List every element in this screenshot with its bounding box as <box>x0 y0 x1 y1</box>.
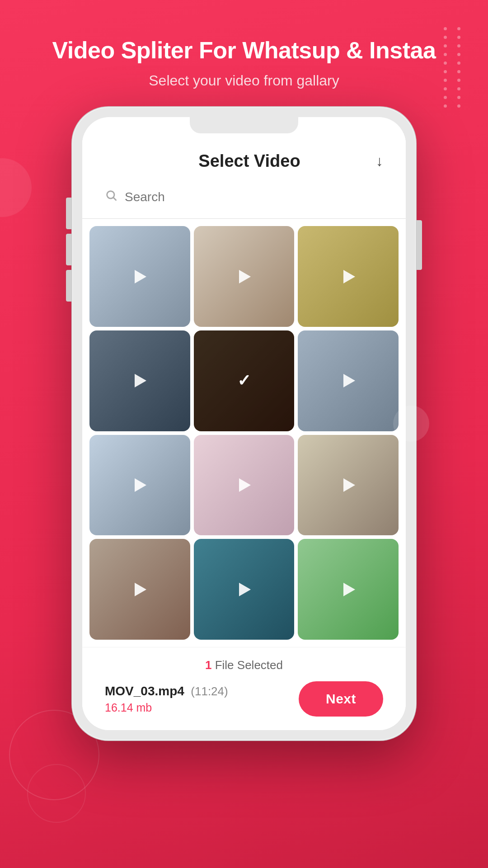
video-thumb-4[interactable] <box>89 330 190 431</box>
phone-notch <box>190 117 298 133</box>
file-selected-label: File Selected <box>215 658 283 672</box>
file-name: MOV_03.mp4 <box>105 684 184 698</box>
svg-line-1 <box>113 198 116 200</box>
app-title: Video Spliter For Whatsup & Instaa <box>0 36 488 64</box>
file-details: MOV_03.mp4 (11:24) 16.14 mb <box>105 684 228 714</box>
download-icon[interactable]: ↓ <box>376 153 383 170</box>
play-triangle-8 <box>239 478 251 492</box>
play-btn-1 <box>128 265 151 288</box>
play-triangle-2 <box>239 270 251 283</box>
file-info-row: MOV_03.mp4 (11:24) 16.14 mb Next <box>105 681 383 717</box>
video-thumb-12[interactable] <box>298 539 399 640</box>
search-input[interactable] <box>125 190 383 204</box>
video-grid: ✓ <box>82 219 406 640</box>
play-triangle-9 <box>343 478 355 492</box>
phone-screen: Select Video ↓ <box>82 117 406 730</box>
phone-mockup: Select Video ↓ <box>72 107 416 740</box>
page-header: Video Spliter For Whatsup & Instaa Selec… <box>0 0 488 107</box>
file-name-row: MOV_03.mp4 (11:24) <box>105 684 228 698</box>
check-mark-5: ✓ <box>237 371 251 390</box>
play-btn-10 <box>128 578 151 601</box>
play-btn-2 <box>233 265 255 288</box>
play-triangle-1 <box>135 270 146 283</box>
search-bar <box>105 189 383 205</box>
screen-title: Select Video <box>123 151 376 171</box>
search-icon <box>105 189 117 205</box>
video-thumb-9[interactable] <box>298 435 399 536</box>
video-thumb-8[interactable] <box>194 435 295 536</box>
play-triangle-12 <box>343 583 355 596</box>
play-btn-9 <box>337 474 360 496</box>
play-btn-3 <box>337 265 360 288</box>
video-thumb-11[interactable] <box>194 539 295 640</box>
bottom-bar: 1 File Selected MOV_03.mp4 (11:24) 16.14… <box>82 647 406 730</box>
play-triangle-10 <box>135 583 146 596</box>
play-btn-8 <box>233 474 255 496</box>
play-btn-7 <box>128 474 151 496</box>
right-circle <box>393 406 429 442</box>
play-triangle-11 <box>239 583 251 596</box>
play-triangle-6 <box>343 374 355 387</box>
play-triangle-7 <box>135 478 146 492</box>
file-selected-count: 1 <box>205 658 211 672</box>
phone-container: Select Video ↓ <box>0 107 488 740</box>
play-btn-4 <box>128 369 151 392</box>
play-btn-11 <box>233 578 255 601</box>
video-thumb-1[interactable] <box>89 226 190 327</box>
search-container <box>82 184 406 219</box>
video-thumb-5[interactable]: ✓ <box>194 330 295 431</box>
screen-content: Select Video ↓ <box>82 133 406 730</box>
app-subtitle: Select your video from gallary <box>0 72 488 89</box>
app-header: Select Video ↓ <box>82 133 406 184</box>
play-btn-6 <box>337 369 360 392</box>
play-triangle-4 <box>135 374 146 387</box>
file-duration: (11:24) <box>191 684 228 698</box>
play-btn-12 <box>337 578 360 601</box>
video-thumb-2[interactable] <box>194 226 295 327</box>
video-thumb-6[interactable] <box>298 330 399 431</box>
video-thumb-7[interactable] <box>89 435 190 536</box>
file-selected-text: 1 File Selected <box>105 658 383 672</box>
next-button[interactable]: Next <box>299 681 383 717</box>
play-triangle-3 <box>343 270 355 283</box>
file-size: 16.14 mb <box>105 701 228 714</box>
video-thumb-3[interactable] <box>298 226 399 327</box>
video-thumb-10[interactable] <box>89 539 190 640</box>
bg-circle-bottom-left2 <box>27 764 86 823</box>
